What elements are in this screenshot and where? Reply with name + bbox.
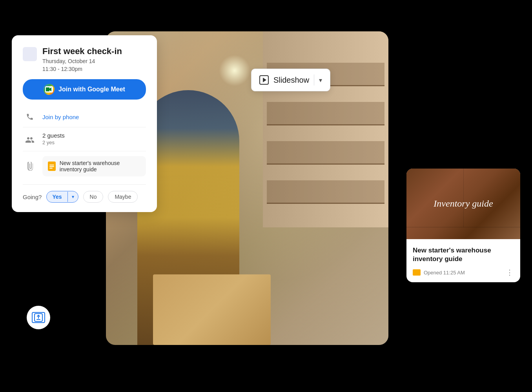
event-info: First week check-in Thursday, October 14…: [42, 46, 122, 72]
event-title: First week check-in: [42, 46, 122, 56]
cardboard-box: [153, 274, 271, 345]
doc-icon: [48, 162, 56, 171]
phone-svg: [26, 113, 34, 121]
doc-card-meta: Opened 11:25 AM ⋮: [413, 268, 514, 277]
doc-opened-time: Opened 11:25 AM: [424, 270, 465, 276]
join-meet-button[interactable]: Join with Google Meet: [23, 79, 146, 100]
clip-icon: [23, 159, 37, 173]
google-meet-icon: [44, 84, 55, 95]
phone-row: Join by phone: [23, 107, 146, 127]
doc-meta-left: Opened 11:25 AM: [413, 269, 465, 276]
guests-count: 2 guests: [42, 132, 65, 139]
slideshow-divider: [314, 74, 314, 85]
doc-card-header-title: Inventory guide: [434, 197, 493, 211]
upload-svg: [34, 313, 43, 322]
attachment-title: New starter's warehouse inventory guide: [60, 160, 140, 172]
doc-more-button[interactable]: ⋮: [506, 268, 514, 277]
document-card: Inventory guide New starter's warehouse …: [406, 169, 520, 282]
shelf-row: [267, 102, 384, 125]
upload-fab[interactable]: [27, 306, 50, 329]
shelf-area: [263, 31, 388, 227]
meet-button-label: Join with Google Meet: [58, 86, 125, 93]
svg-rect-4: [49, 168, 53, 169]
guests-yes: 2 yes: [42, 140, 65, 145]
ceiling-light: [219, 55, 250, 86]
attachment-row: New starter's warehouse inventory guide: [23, 151, 146, 181]
attachment-doc[interactable]: New starter's warehouse inventory guide: [42, 156, 146, 176]
doc-card-body: New starter's warehouse inventory guide …: [406, 239, 520, 282]
svg-rect-3: [49, 166, 54, 167]
upload-icon: [32, 312, 45, 323]
card-header: First week check-in Thursday, October 14…: [23, 46, 146, 72]
slides-icon: [413, 269, 421, 276]
play-icon: [259, 75, 269, 85]
join-phone-link[interactable]: Join by phone: [42, 114, 79, 120]
shelf-row: [267, 180, 384, 204]
going-dropdown-arrow[interactable]: ▾: [67, 192, 78, 202]
play-triangle: [263, 78, 266, 82]
clip-svg: [26, 162, 33, 171]
guests-icon: [23, 132, 37, 146]
going-label: Going?: [23, 194, 42, 200]
doc-card-header: Inventory guide: [406, 169, 520, 239]
going-yes-label[interactable]: Yes: [47, 191, 67, 202]
slideshow-button[interactable]: Slideshow ▾: [251, 69, 330, 91]
doc-card-title: New starter's warehouse inventory guide: [413, 246, 514, 263]
guests-row: 2 guests 2 yes: [23, 127, 146, 151]
event-time: 11:30 - 12:30pm: [42, 66, 122, 72]
going-no-button[interactable]: No: [83, 191, 104, 203]
people-svg: [25, 135, 35, 143]
doc-svg: [49, 163, 55, 170]
guests-info: 2 guests 2 yes: [42, 132, 65, 145]
svg-rect-2: [49, 165, 54, 165]
phone-icon: [23, 110, 37, 124]
going-yes-button[interactable]: Yes ▾: [46, 191, 78, 203]
card-divider: [23, 184, 146, 185]
shelf-row: [267, 141, 384, 165]
going-maybe-button[interactable]: Maybe: [108, 191, 138, 203]
slideshow-dropdown-arrow[interactable]: ▾: [319, 76, 322, 84]
slideshow-label: Slideshow: [273, 76, 309, 85]
calendar-event-card: First week check-in Thursday, October 14…: [12, 35, 157, 212]
going-row: Going? Yes ▾ No Maybe: [23, 191, 146, 203]
meet-svg: [45, 86, 53, 93]
calendar-icon: [23, 47, 37, 61]
event-date: Thursday, October 14: [42, 58, 122, 64]
